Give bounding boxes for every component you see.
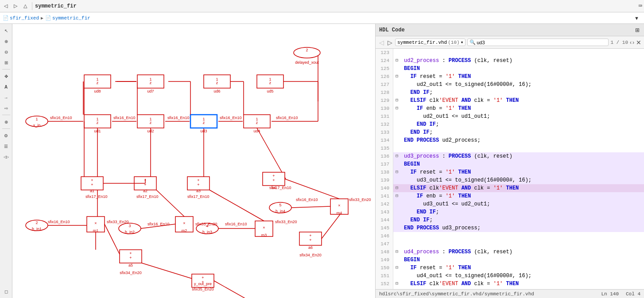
code-line-152: 152 ⊟ ELSIF clk'EVENT AND clk = '1' THEN [376,280,644,288]
svg-text:sfix34_En20: sfix34_En20 [120,271,142,275]
code-line-141: 141 ⊟ IF enb = '1' THEN [376,192,644,200]
svg-text:+: + [272,174,275,178]
svg-text:m4: m4 [337,211,342,215]
svg-text:h_in2: h_in2 [125,230,135,234]
svg-text:+: + [197,182,199,187]
svg-line-142 [214,281,252,298]
svg-text:+: + [91,182,93,187]
fold-129[interactable]: ⊟ [393,97,400,104]
back-btn[interactable]: ◁ [2,2,10,10]
fold-150[interactable]: ⊟ [393,264,400,272]
code-line-150: 150 ⊟ IF reset = '1' THEN [376,264,644,272]
tool-sep3 [2,128,10,129]
match-nav: ‹ › [630,39,634,46]
fold-130[interactable]: ⊟ [393,104,400,112]
fold-148[interactable]: ⊟ [393,248,400,256]
svg-text:ud8: ud8 [94,89,101,93]
svg-text:+: + [129,255,132,260]
fold-138[interactable]: ⊟ [393,168,400,176]
svg-text:sfix16_En10: sfix16_En10 [113,116,136,120]
svg-text:z: z [269,81,272,85]
settings-tool[interactable]: ⚙ [1,131,11,140]
svg-text:h_in3: h_in3 [202,230,212,234]
svg-text:×: × [263,225,265,230]
svg-text:ud6: ud6 [213,89,220,93]
pan-tool[interactable]: ✥ [1,71,11,81]
status-bar: hdlsrc\sfir_fixed\symmetric_fir.vhd/symm… [376,289,644,298]
fold-141[interactable]: ⊟ [393,192,400,200]
svg-text:×: × [183,221,185,225]
zoom-in-tool[interactable]: ⊕ [1,36,11,46]
status-path: hdlsrc\sfir_fixed\symmetric_fir.vhd/symm… [379,291,594,297]
up-btn[interactable]: △ [21,2,29,10]
select-tool[interactable]: ↖ [1,26,11,35]
model-tool[interactable]: ◻ [1,286,11,296]
svg-text:ud5: ud5 [267,89,273,93]
hdl-back-btn[interactable]: ◁ [378,39,385,46]
svg-text:a1: a1 [90,189,94,193]
svg-line-140 [142,263,192,279]
hdl-forward-btn[interactable]: ▷ [387,39,393,46]
prev-match-btn[interactable]: ‹ [630,39,632,46]
code-line-133: 133 END IF; [376,128,644,136]
next-match-btn[interactable]: › [632,39,634,46]
current-icon: 📄 [45,15,51,21]
list-tool[interactable]: ☰ [1,141,11,151]
svg-text:h_in1: h_in1 [32,227,42,231]
svg-text:sfix33_En20: sfix33_En20 [349,197,371,202]
svg-text:sfix16_En10: sfix16_En10 [220,116,242,120]
code-area[interactable]: 123 124 ⊟ ud2_process : PROCESS (clk, re… [376,49,644,289]
svg-text:+: + [309,238,311,242]
search-close-btn[interactable]: ✕ [636,39,641,46]
svg-text:delayed_xout: delayed_xout [295,60,319,65]
svg-text:m2: m2 [182,228,187,233]
svg-text:+: + [129,251,132,255]
search-input[interactable] [477,40,606,45]
file-dropdown-icon: ▾ [461,39,464,45]
code-line-139: 139 ud3_out1 <= to_signed(16#0000#, 16); [376,176,644,184]
svg-text:+: + [197,178,199,182]
fit-tool[interactable]: ⊞ [1,58,11,67]
route-tool[interactable]: → [1,93,11,102]
code-line-134: 134 END PROCESS ud2_process; [376,136,644,144]
svg-text:sfix17_En10: sfix17_En10 [85,194,108,199]
main-area: ↖ ⊕ ⊖ ⊞ ✥ A → ⇨ ⊕ ⚙ ☰ ◁▷ ◻ [0,24,644,298]
zoom-pan-tool[interactable]: ⊕ [1,117,11,127]
hdl-expand-btn[interactable]: ⊞ [634,27,640,33]
code-line-148: 148 ⊟ ud4_process : PROCESS (clk, reset) [376,248,644,256]
title-bar: ◁ ▷ △ symmetric_fir ⌨ [0,0,644,12]
breadcrumb-dropdown-btn[interactable]: ▼ [632,14,641,22]
svg-line-141 [322,214,340,239]
file-count: (10) [448,40,459,45]
fold-126[interactable]: ⊟ [393,73,400,81]
nav-tool[interactable]: ◁▷ [1,152,11,162]
svg-line-139 [291,206,330,208]
diagram-canvas[interactable]: 1 x_in 1 z ud1 1 z ud2 1 z ud3 [12,24,375,298]
file-selector[interactable]: symmetric_fir.vhd (10) ▾ [395,39,466,46]
breadcrumb-current[interactable]: 📄 symmetric_fir [45,15,90,21]
svg-text:3: 3 [128,224,131,228]
svg-text:+: + [309,233,311,238]
code-line-131: 131 ud2_out1 <= ud1_out1; [376,112,644,120]
code-line-123: 123 [376,49,644,57]
forward-btn[interactable]: ▷ [12,2,19,10]
text-tool[interactable]: A [1,82,11,92]
zoom-out-tool[interactable]: ⊖ [1,47,11,57]
tool-sep1 [2,69,10,70]
arrow-tool[interactable]: ⇨ [1,103,11,113]
svg-text:m3: m3 [261,233,267,237]
fold-136[interactable]: ⊟ [393,152,400,160]
code-line-136: 136 ⊟ ud3_process : PROCESS (clk, reset) [376,152,644,160]
fold-152[interactable]: ⊟ [393,280,400,288]
svg-text:z: z [150,120,152,125]
fold-124[interactable]: ⊟ [393,57,400,65]
window-title: symmetric_fir [35,3,637,9]
svg-text:sfix35_En20: sfix35_En20 [192,287,214,291]
fold-140[interactable]: ⊟ [393,184,400,192]
svg-text:ud2: ud2 [147,129,154,133]
breadcrumb-root[interactable]: 📄 sfir_fixed [3,15,39,21]
match-info: 1 / 10 [610,40,628,45]
search-box: 🔍 [467,39,609,46]
code-line-147: 147 [376,240,644,248]
left-toolbar: ↖ ⊕ ⊖ ⊞ ✥ A → ⇨ ⊕ ⚙ ☰ ◁▷ ◻ [0,24,12,298]
